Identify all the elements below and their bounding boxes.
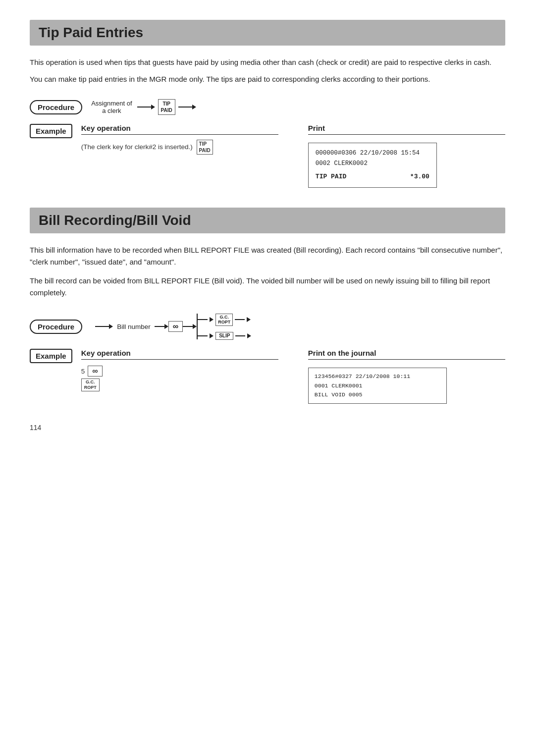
- print-tip-value: *3.00: [410, 171, 429, 182]
- section2-example-columns: Key operation 5 ∞ G.C.ROPT Print on the …: [81, 349, 505, 404]
- section2-body1: This bill information have to be recorde…: [30, 244, 505, 268]
- arrow1: [137, 105, 155, 109]
- section2-journal-box: 123456#0327 22/10/2008 10:11 0001 CLERK0…: [308, 368, 447, 404]
- tip-paid-key-inline: TIPPAID: [197, 140, 213, 155]
- section1-key-op-col: Key operation (The clerk key for clerk#2…: [81, 124, 278, 188]
- section1-print-col: Print 000000#0306 22/10/2008 15:54 0002 …: [308, 124, 505, 188]
- section2-procedure-block: Procedure Bill number ∞: [30, 314, 505, 340]
- print-line2: 0002 CLERK0002: [316, 159, 429, 169]
- slip-key: SLIP: [215, 332, 233, 340]
- print-tip-label: TIP PAID: [316, 171, 346, 182]
- section1-example-columns: Key operation (The clerk key for clerk#2…: [81, 124, 505, 188]
- section1-print-receipt: 000000#0306 22/10/2008 15:54 0002 CLERK0…: [308, 143, 437, 188]
- key-op-note: (The clerk key for clerk#2 is inserted.): [81, 143, 193, 151]
- assignment-box: Assignment of a clerk: [91, 100, 132, 114]
- bill-proc-main: Bill number ∞: [95, 314, 251, 340]
- journal-line1: 123456#0327 22/10/2008 10:11: [315, 372, 440, 381]
- section2: Bill Recording/Bill Void This bill infor…: [30, 208, 505, 404]
- section1-key-op-header: Key operation: [81, 124, 278, 135]
- section2-key-op-col: Key operation 5 ∞ G.C.ROPT: [81, 349, 278, 404]
- arrow-b1: [155, 324, 168, 329]
- section2-title: Bill Recording/Bill Void: [30, 208, 505, 233]
- section1-body1: This operation is used when tips that gu…: [30, 56, 505, 68]
- print-tip-line: TIP PAID *3.00: [316, 171, 429, 182]
- print-line1: 000000#0306 22/10/2008 15:54: [316, 148, 429, 159]
- infinity-key-example: ∞: [88, 366, 102, 377]
- section1-title: Tip Paid Entries: [30, 20, 505, 46]
- infinity-key: ∞: [168, 321, 183, 332]
- section1-key-op-text: (The clerk key for clerk#2 is inserted.)…: [81, 140, 278, 155]
- section1-procedure-diagram: Assignment of a clerk TIPPAID: [91, 99, 505, 115]
- section2-print-header: Print on the journal: [308, 349, 505, 360]
- key-op-inline: 5 ∞: [81, 366, 103, 377]
- gc-ropt-key-example: G.C.ROPT: [81, 378, 100, 391]
- branch-paths: G.C.ROPT SLIP: [198, 314, 251, 340]
- journal-line3: BILL VOID 0005: [315, 390, 440, 399]
- section1-body2: You can make tip paid entries in the MGR…: [30, 73, 505, 85]
- bill-number-text: Bill number: [117, 323, 151, 330]
- bill-branch: G.C.ROPT SLIP: [197, 314, 251, 340]
- branch-top: G.C.ROPT: [198, 314, 251, 326]
- tip-paid-key: TIPPAID: [158, 99, 175, 115]
- section2-body2: The bill record can be voided from BILL …: [30, 275, 505, 299]
- section1-procedure-block: Procedure Assignment of a clerk TIPPAID: [30, 99, 505, 115]
- section1-example-label: Example: [30, 124, 72, 138]
- key-op-num: 5: [81, 368, 85, 375]
- assignment-text1: Assignment of: [91, 100, 132, 107]
- journal-line2: 0001 CLERK0001: [315, 381, 440, 390]
- page-number: 114: [30, 424, 505, 432]
- section1: Tip Paid Entries This operation is used …: [30, 20, 505, 188]
- branch-bottom: SLIP: [198, 332, 251, 340]
- arrow2: [178, 105, 196, 109]
- section2-example-label: Example: [30, 349, 72, 363]
- section2-print-col: Print on the journal 123456#0327 22/10/2…: [308, 349, 505, 404]
- section2-key-op-text: 5 ∞ G.C.ROPT: [81, 366, 278, 391]
- section1-print-header: Print: [308, 124, 505, 135]
- section2-procedure-label: Procedure: [30, 320, 82, 334]
- assignment-text2: a clerk: [102, 107, 121, 114]
- gc-ropt-key: G.C.ROPT: [215, 314, 233, 326]
- section1-procedure-label: Procedure: [30, 100, 82, 114]
- gc-ropt-example: G.C.ROPT: [81, 378, 100, 391]
- lead-arrow: [95, 324, 113, 329]
- section2-example-row: Example Key operation 5 ∞ G.C.ROPT Print…: [30, 349, 505, 404]
- section1-example-row: Example Key operation (The clerk key for…: [30, 124, 505, 188]
- section2-procedure-diagram: Bill number ∞: [95, 314, 251, 340]
- section2-key-op-header: Key operation: [81, 349, 278, 360]
- arrow-b2: [183, 324, 197, 329]
